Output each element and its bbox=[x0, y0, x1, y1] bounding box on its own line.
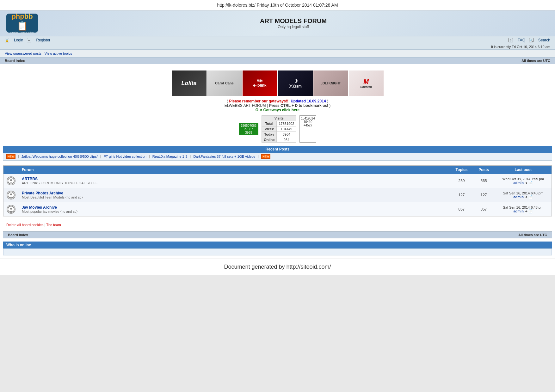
url-bar: http://lk-dolores.biz/ Friday 10th of Oc… bbox=[0, 0, 555, 10]
last-post-user[interactable]: admin bbox=[513, 195, 523, 199]
arrow-icon: ➔ bbox=[525, 195, 527, 199]
logo-subtitle: creating communities bbox=[6, 31, 38, 33]
site-title: ART MODELS FORUM bbox=[38, 17, 549, 25]
forum-title-cell: ARTBBS ART LINKS FORUM.ONLY 100% LEGAL S… bbox=[19, 174, 451, 188]
online-label: Online bbox=[262, 137, 277, 143]
post-icon: 📄 bbox=[528, 195, 533, 199]
last-post-col-header: Last post bbox=[495, 166, 552, 174]
today-label: Today bbox=[262, 132, 277, 137]
forum-title[interactable]: ARTBBS bbox=[22, 177, 447, 181]
counter-left: 156507063 27987 3969 bbox=[239, 123, 258, 135]
recent-posts-bar: Recent Posts bbox=[3, 146, 552, 153]
board-index-bottom-label: Board index bbox=[8, 233, 28, 237]
search-link[interactable]: Search bbox=[538, 38, 550, 42]
visits-table: Visits Total 17351902 Week 104149 Today … bbox=[262, 115, 296, 143]
forum-table-body: ARTBBS ART LINKS FORUM.ONLY 100% LEGAL S… bbox=[3, 174, 552, 217]
posts-col-header: Posts bbox=[473, 166, 495, 174]
login-link[interactable]: Login bbox=[14, 38, 23, 42]
stats-right-sub2: +4527 bbox=[301, 124, 315, 127]
svg-point-5 bbox=[10, 208, 12, 210]
week-label: Week bbox=[262, 126, 277, 132]
forum-icon-cell bbox=[3, 174, 19, 188]
site-title-area: ART MODELS FORUM Only hq legall stuff bbox=[38, 17, 549, 29]
forum-title[interactable]: Private Photos Archive bbox=[22, 191, 447, 195]
register-link[interactable]: Register bbox=[36, 38, 50, 42]
table-row: ARTBBS ART LINKS FORUM.ONLY 100% LEGAL S… bbox=[3, 174, 552, 188]
posts-cell: 857 bbox=[473, 202, 495, 217]
svg-point-1 bbox=[10, 179, 12, 181]
delete-cookies-link[interactable]: Delete all board cookies bbox=[6, 223, 43, 227]
last-post-user[interactable]: admin bbox=[513, 209, 523, 213]
gateway-notice: ( Please remember our gateways!!! Update… bbox=[167, 99, 388, 112]
banner-deism: ☽ ℳℰism bbox=[278, 70, 313, 96]
gateway-close-paren: ) bbox=[327, 99, 328, 103]
forum-title-cell: Private Photos Archive Most Beautiful Te… bbox=[19, 188, 451, 202]
last-post-cell: Wed Oct 08, 2014 7:59 pm admin ➔ 📄 bbox=[495, 174, 552, 188]
forum-desc: ART LINKS FORUM.ONLY 100% LEGAL STUFF bbox=[22, 181, 447, 185]
arrow-icon: ➔ bbox=[525, 209, 527, 213]
view-unanswered-link[interactable]: View unanswered posts bbox=[5, 52, 41, 55]
last-post-user[interactable]: admin bbox=[513, 181, 523, 185]
footer-text: Document generated by http://siteoid.com… bbox=[224, 264, 331, 270]
gateway-click-here[interactable]: Our Gateways click here bbox=[256, 108, 299, 112]
forum-icon bbox=[7, 205, 15, 214]
forum-icon bbox=[7, 176, 15, 185]
site-header: phpbb📋 creating communities ART MODELS F… bbox=[0, 10, 555, 36]
board-index-timezone: All times are UTC bbox=[521, 59, 550, 63]
gateway-line1-text: Please remember our gateways!!! bbox=[229, 99, 291, 103]
recent-link-4[interactable]: DarkFantasies 37 full sets + 1GB videos bbox=[193, 155, 255, 158]
search-icon: 🔍 bbox=[529, 38, 533, 42]
logo-area: phpbb📋 creating communities bbox=[6, 14, 38, 33]
counter-left-main: 156507063 bbox=[241, 124, 256, 127]
view-active-link[interactable]: View active topics bbox=[45, 52, 72, 55]
week-value: 104149 bbox=[277, 126, 296, 132]
board-index-bar: Board index All times are UTC bbox=[0, 58, 555, 64]
new-badge-1: NEW bbox=[6, 154, 15, 159]
forum-table: Forum Topics Posts Last post ARTBBS ART … bbox=[3, 165, 552, 217]
gateway-updated: Updated 16.09.2014 bbox=[291, 99, 326, 103]
counter-widget: 156507063 27987 3969 bbox=[239, 115, 258, 143]
site-subtitle: Only hq legall stuff bbox=[38, 25, 549, 29]
current-time: It is currently Fri Oct 10, 2014 6:10 am bbox=[491, 45, 550, 49]
last-post-cell: Sat Sen 16, 2014 6:48 pm admin ➔ 📄 bbox=[495, 188, 552, 202]
svg-point-3 bbox=[10, 193, 12, 195]
topics-col-header: Topics bbox=[451, 166, 473, 174]
banner-images: Lolita Carot Cane 图标 e-lolink ☽ ℳℰism LO… bbox=[167, 70, 388, 96]
nav-right: ? FAQ 🔍 Search bbox=[509, 38, 550, 42]
counter-left-sub2: 3969 bbox=[241, 131, 256, 134]
table-row: Private Photos Archive Most Beautiful Te… bbox=[3, 188, 552, 202]
recent-link-3[interactable]: ReaL0la Magazine 1-2 bbox=[152, 155, 188, 158]
board-index-bottom: Board index All times are UTC bbox=[3, 231, 552, 238]
faq-link[interactable]: FAQ bbox=[518, 38, 525, 42]
banner-area: Lolita Carot Cane 图标 e-lolink ☽ ℳℰism LO… bbox=[167, 70, 388, 143]
main-content: Lolita Carot Cane 图标 e-lolink ☽ ℳℰism LO… bbox=[0, 64, 555, 259]
logo-image: phpbb📋 creating communities bbox=[6, 14, 38, 33]
bottom-links: Delete all board cookies | The team bbox=[3, 221, 552, 228]
banner-children: M Children bbox=[349, 70, 384, 96]
topics-cell: 857 bbox=[451, 202, 473, 217]
nav-bar: 🔒 Login ✏ Register ? FAQ 🔍 Search bbox=[0, 36, 555, 44]
stats-numbers: 15419314 10410 +4527 bbox=[299, 115, 316, 143]
total-label: Total bbox=[262, 121, 277, 126]
recent-link-1[interactable]: Jailbat Webcams huge collection 40GB/500… bbox=[22, 155, 98, 158]
document-footer: Document generated by http://siteoid.com… bbox=[0, 259, 555, 275]
banner-elolink: 图标 e-lolink bbox=[243, 70, 277, 96]
recent-link-2[interactable]: PT girls Hot video collection bbox=[103, 155, 146, 158]
forum-title[interactable]: Jav Movies Archive bbox=[22, 205, 447, 210]
counter-left-sub1: 27987 bbox=[241, 127, 256, 131]
who-is-online-label: Who is online bbox=[6, 243, 31, 247]
online-value: 264 bbox=[277, 137, 296, 143]
links-bar: View unanswered posts | View active topi… bbox=[0, 50, 555, 58]
the-team-link[interactable]: The team bbox=[46, 223, 61, 227]
topics-cell: 127 bbox=[451, 188, 473, 202]
topics-cell: 259 bbox=[451, 174, 473, 188]
current-time-bar: It is currently Fri Oct 10, 2014 6:10 am bbox=[0, 44, 555, 50]
last-post-cell: Sat Sen 16, 2014 6:48 pm admin ➔ 📄 bbox=[495, 202, 552, 217]
faq-icon: ? bbox=[509, 38, 513, 42]
recent-posts-links: NEW | Jailbat Webcams huge collection 40… bbox=[3, 153, 552, 161]
nav-left: 🔒 Login ✏ Register bbox=[5, 38, 50, 42]
stats-area: 156507063 27987 3969 Visits Total 173519… bbox=[167, 115, 388, 143]
url-text: http://lk-dolores.biz/ Friday 10th of Oc… bbox=[217, 3, 338, 8]
forum-icon-header bbox=[3, 166, 19, 174]
recent-posts-label: Recent Posts bbox=[265, 147, 289, 151]
